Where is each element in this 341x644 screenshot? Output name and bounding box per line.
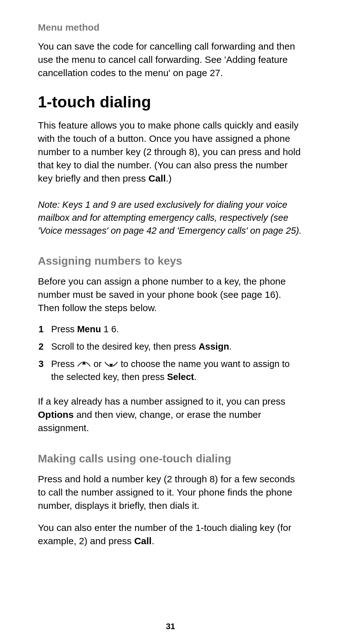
call-label: Call xyxy=(134,536,152,546)
options-label: Options xyxy=(38,409,74,420)
scroll-up-icon xyxy=(77,359,91,369)
step-text-part: . xyxy=(194,372,196,382)
page-number: 31 xyxy=(0,622,341,631)
step-item: 1 Press Menu 1 6. xyxy=(38,323,303,336)
menu-method-heading: Menu method xyxy=(38,22,303,33)
step-number: 3 xyxy=(38,358,44,370)
step-text-part: or xyxy=(91,359,104,369)
document-page: Menu method You can save the code for ca… xyxy=(0,0,341,644)
step-number: 1 xyxy=(38,323,44,336)
p2-text-b: . xyxy=(152,536,154,546)
making-calls-p1: Press and hold a number key (2 through 8… xyxy=(38,472,303,512)
menu-method-body: You can save the code for cancelling cal… xyxy=(38,40,303,80)
step-text: Press Menu 1 6. xyxy=(51,323,303,336)
intro-text-b: .) xyxy=(166,173,171,184)
assign-label: Assign xyxy=(199,341,229,352)
page-title: 1-touch dialing xyxy=(38,93,303,111)
assigning-after: If a key already has a number assigned t… xyxy=(38,395,303,435)
step-text-part: 1 6. xyxy=(101,324,119,334)
scroll-down-icon xyxy=(104,359,118,369)
steps-list: 1 Press Menu 1 6. 2 Scroll to the desire… xyxy=(38,323,303,384)
p2-text-a: You can also enter the number of the 1-t… xyxy=(38,522,291,546)
step-text-part: Press xyxy=(51,324,77,334)
step-text: Scroll to the desired key, then press As… xyxy=(51,340,303,353)
step-item: 2 Scroll to the desired key, then press … xyxy=(38,340,303,353)
assigning-intro: Before you can assign a phone number to … xyxy=(38,275,303,315)
step-number: 2 xyxy=(38,340,44,353)
step-text-part: Press xyxy=(51,359,77,369)
step-text-part: . xyxy=(229,341,232,352)
making-calls-heading: Making calls using one-touch dialing xyxy=(38,452,303,465)
after-text-a: If a key already has a number assigned t… xyxy=(38,396,285,406)
note-paragraph: Note: Keys 1 and 9 are used exclusively … xyxy=(38,198,303,238)
intro-paragraph: This feature allows you to make phone ca… xyxy=(38,119,303,185)
step-item: 3 Press or to choose the name you want t… xyxy=(38,358,303,383)
select-label: Select xyxy=(167,372,194,382)
step-text: Press or to choose the name you want to … xyxy=(51,358,303,383)
assigning-heading: Assigning numbers to keys xyxy=(38,255,303,267)
step-text-part: Scroll to the desired key, then press xyxy=(51,341,199,352)
making-calls-p2: You can also enter the number of the 1-t… xyxy=(38,521,303,548)
call-label: Call xyxy=(148,173,166,184)
menu-label: Menu xyxy=(77,324,101,334)
